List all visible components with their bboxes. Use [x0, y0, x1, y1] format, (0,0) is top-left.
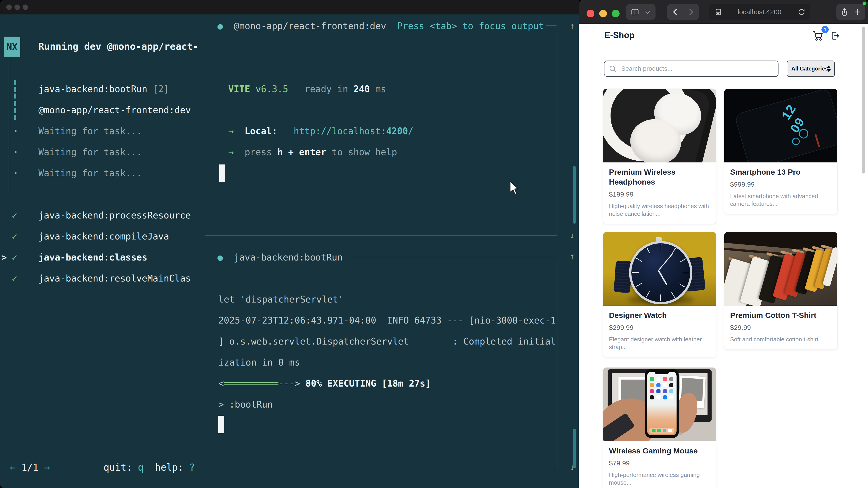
product-card[interactable]: Wireless Gaming Mouse $79.99 High-perfor…: [603, 367, 716, 488]
product-name: Designer Watch: [609, 310, 710, 320]
new-tab-icon[interactable]: [854, 8, 862, 16]
selected-task-chevron-icon: >: [1, 252, 7, 263]
pane1-scrollbar-thumb[interactable]: [573, 166, 576, 224]
safari-window: localhost:4200 E-Shop 1 All Categories: [579, 0, 868, 488]
check-icon: ✓: [12, 210, 17, 221]
product-card[interactable]: Designer Watch $299.99 Elegant designer …: [603, 232, 716, 357]
product-card[interactable]: Premium Wireless Headphones $199.99 High…: [603, 89, 716, 224]
window-close-button[interactable]: [6, 4, 12, 10]
log-line: ] o.s.web.servlet.DispatcherServlet : Co…: [218, 336, 556, 347]
url-bar[interactable]: localhost:4200: [709, 4, 810, 20]
forward-button[interactable]: [686, 8, 695, 16]
scroll-up-icon[interactable]: ↑: [569, 251, 575, 261]
divider: [683, 6, 683, 18]
sidebar-button[interactable]: [626, 4, 655, 20]
select-arrows-icon: [827, 66, 831, 68]
window-minimize-button[interactable]: [599, 10, 607, 18]
spinner: [14, 108, 16, 113]
product-image-tshirt: [724, 232, 837, 306]
scroll-up-icon[interactable]: ↑: [569, 21, 575, 31]
screen: NX Running dev @mono-app/react- java-bac…: [0, 0, 868, 488]
pager-control[interactable]: ← 1/1 →: [10, 462, 50, 473]
product-price: $199.99: [609, 191, 710, 198]
share-icon[interactable]: [840, 7, 849, 17]
window-minimize-button[interactable]: [14, 4, 20, 10]
product-price: $29.99: [730, 324, 831, 331]
pane2-title-row[interactable]: ● java-backend:bootRun: [217, 252, 343, 263]
toolbar-actions: [836, 4, 865, 20]
pane2-title-dash: [352, 257, 557, 257]
product-description: Elegant designer watch with leather stra…: [609, 335, 710, 351]
browser-scrollbar-thumb[interactable]: [862, 27, 865, 173]
chevron-down-icon: [645, 10, 651, 14]
task-waiting: ·: [13, 147, 19, 158]
gradle-prompt-line: > :bootRun: [218, 399, 273, 410]
vite-local-line: → Local: http://localhost:4200/: [228, 126, 413, 136]
product-price: $79.99: [609, 459, 710, 467]
log-line: let 'dispatcherServlet': [218, 294, 344, 305]
check-icon: ✓: [12, 252, 17, 263]
vite-ready-line: VITE v6.3.5 ready in 240 ms: [228, 84, 386, 94]
task-waiting-label: Waiting for task...: [38, 126, 142, 136]
nx-logo: NX: [4, 37, 20, 57]
reload-icon[interactable]: [798, 8, 805, 16]
gradle-progress-line: <══════════---> 80% EXECUTING [18m 27s]: [218, 378, 431, 389]
screen-indicator-dot: [863, 2, 866, 5]
product-card[interactable]: 12 09 Smartphone 13 Pro $999.99 Latest s…: [724, 89, 837, 214]
product-image-smartphone: 12 09: [724, 89, 837, 162]
product-image-headphones: [603, 89, 716, 162]
sidebar-icon: [631, 8, 639, 17]
window-zoom-button[interactable]: [612, 10, 620, 18]
product-name: Premium Cotton T-Shirt: [730, 310, 831, 320]
task-done-resolvemainclas: java-backend:resolveMainClas: [38, 273, 191, 284]
search-icon: [609, 65, 617, 73]
browser-toolbar: localhost:4200: [579, 0, 868, 24]
terminal-cursor: [219, 164, 225, 182]
product-price: $299.99: [609, 324, 710, 331]
task-waiting: ·: [13, 126, 19, 136]
pane1-title-dash: [546, 25, 557, 26]
terminal-titlebar: [0, 0, 579, 14]
spinner: [14, 115, 16, 120]
task-waiting-label: Waiting for task...: [38, 168, 142, 178]
task-waiting: ·: [13, 168, 19, 178]
check-icon: ✓: [12, 231, 17, 242]
log-line: 2025-07-23T12:06:43.971-04:00 INFO 64733…: [218, 315, 556, 326]
product-image-mouse: [603, 367, 716, 441]
product-price: $999.99: [730, 181, 831, 188]
task-waiting-label: Waiting for task...: [38, 147, 142, 158]
spinner: [14, 87, 16, 92]
product-description: Soft and comfortable cotton t-shirt...: [730, 335, 831, 343]
product-card[interactable]: Premium Cotton T-Shirt $29.99 Soft and c…: [724, 232, 837, 350]
check-icon: ✓: [12, 273, 17, 284]
mouse-cursor: [509, 181, 520, 195]
back-button[interactable]: [671, 8, 680, 16]
product-description: Latest smartphone with advanced camera f…: [730, 192, 831, 207]
vite-help-line: → press h + enter to show help: [228, 147, 397, 158]
shop-header: E-Shop 1: [579, 24, 868, 51]
log-line: ization in 0 ms: [218, 357, 300, 368]
window-zoom-button[interactable]: [23, 4, 28, 10]
shop-title: E-Shop: [604, 31, 634, 40]
window-close-button[interactable]: [587, 10, 594, 18]
logout-icon[interactable]: [830, 31, 840, 41]
select-arrows-icon: [827, 69, 831, 72]
category-select[interactable]: All Categories: [787, 61, 835, 77]
category-select-value: All Categories: [792, 61, 828, 76]
scroll-down-icon[interactable]: ↓: [569, 462, 575, 472]
product-description: High-quality wireless headphones with no…: [609, 202, 710, 218]
spinner: [14, 80, 16, 85]
product-name: Premium Wireless Headphones: [609, 167, 710, 187]
terminal-window: NX Running dev @mono-app/react- java-bac…: [0, 0, 579, 488]
scroll-down-icon[interactable]: ↓: [569, 230, 575, 240]
product-name: Wireless Gaming Mouse: [609, 446, 710, 456]
search-input[interactable]: [604, 61, 778, 77]
task-done-classes[interactable]: java-backend:classes: [38, 252, 147, 263]
pane1-title-row[interactable]: ● @mono-app/react-frontend:dev Press <ta…: [217, 21, 544, 31]
statusbar-hints: quit: q help: ?: [103, 462, 195, 473]
product-name: Smartphone 13 Pro: [730, 167, 831, 177]
terminal-run-title: Running dev @mono-app/react-: [38, 41, 198, 52]
task-running-bootrun: java-backend:bootRun [2]: [38, 84, 169, 94]
url-text[interactable]: localhost:4200: [709, 4, 810, 20]
terminal-cursor: [218, 416, 224, 433]
